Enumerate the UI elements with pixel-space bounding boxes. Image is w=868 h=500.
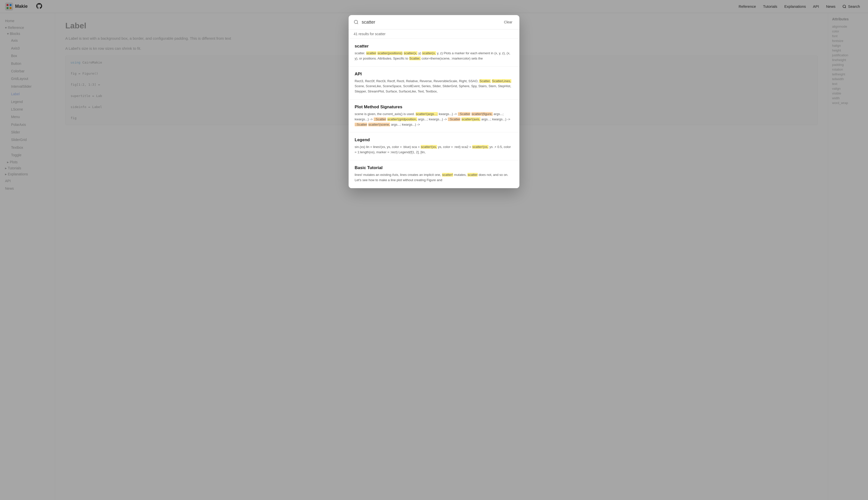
clear-button[interactable]: Clear	[502, 19, 514, 25]
result-title-legend: Legend	[355, 137, 513, 143]
results-count: 41 results for scatter	[349, 30, 519, 39]
result-snippet-api: Rect3, Rect3f, Rect3i, Rectf, Recti, Rel…	[355, 79, 513, 94]
svg-point-7	[355, 20, 358, 24]
result-title-basic-tutorial: Basic Tutorial	[355, 165, 513, 170]
result-item-scatter[interactable]: scatter scatter. scatter scatter(positio…	[349, 39, 519, 67]
result-title-plot-method: Plot Method Signatures	[355, 104, 513, 110]
search-modal: Clear 41 results for scatter scatter sca…	[349, 15, 519, 188]
result-snippet-plot-method: scene is given, the current_axis() is us…	[355, 112, 513, 127]
result-item-basic-tutorial[interactable]: Basic Tutorial lines! mutates an existin…	[349, 160, 519, 188]
results-list: scatter scatter. scatter scatter(positio…	[349, 39, 519, 188]
result-snippet-basic-tutorial: lines! mutates an existing Axis, lines c…	[355, 172, 513, 183]
svg-line-8	[357, 23, 358, 24]
result-item-plot-method[interactable]: Plot Method Signatures scene is given, t…	[349, 100, 519, 133]
result-snippet-legend: sin.(xs) lin = lines!(xs, ys, color = :b…	[355, 145, 513, 155]
modal-search-icon	[354, 20, 359, 25]
search-overlay[interactable]: Clear 41 results for scatter scatter sca…	[0, 0, 868, 500]
search-input[interactable]	[362, 20, 499, 25]
result-snippet-scatter: scatter. scatter scatter(positions) scat…	[355, 51, 513, 61]
result-item-api[interactable]: API Rect3, Rect3f, Rect3i, Rectf, Recti,…	[349, 67, 519, 100]
result-title-api: API	[355, 72, 513, 77]
result-title-scatter: scatter	[355, 44, 513, 49]
result-item-legend[interactable]: Legend sin.(xs) lin = lines!(xs, ys, col…	[349, 133, 519, 160]
search-input-row: Clear	[349, 15, 519, 30]
